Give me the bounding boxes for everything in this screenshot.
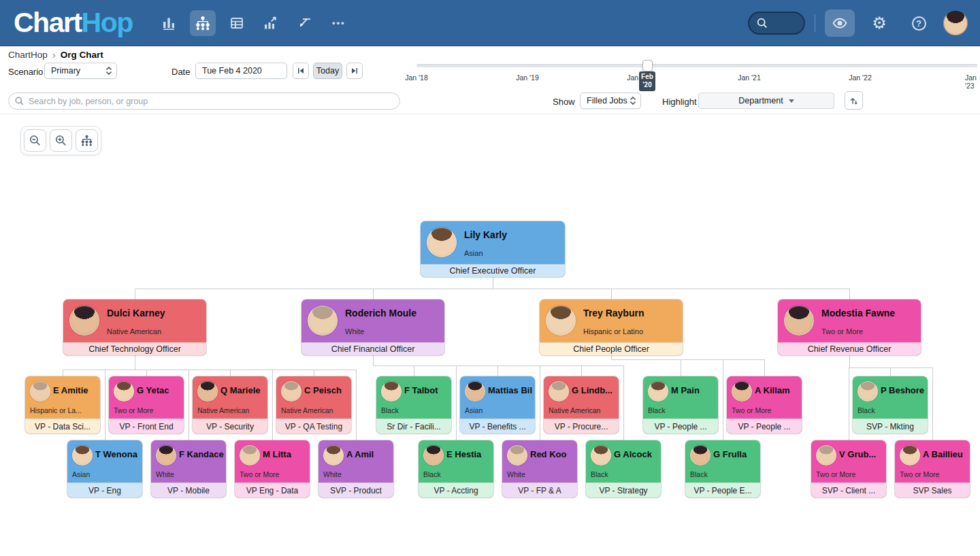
- eye-icon: [832, 15, 848, 31]
- header-search-button[interactable]: [748, 12, 805, 35]
- connector-line: [230, 370, 231, 376]
- charthop-logo[interactable]: ChartHop: [14, 9, 133, 37]
- connector-line: [493, 277, 493, 289]
- person-name: Red Koo: [530, 449, 575, 459]
- breadcrumb-app[interactable]: ChartHop: [8, 50, 48, 60]
- ethnicity-label: Black: [648, 406, 716, 414]
- nav-workflow-button[interactable]: [292, 10, 318, 36]
- app-header: ChartHop: [0, 0, 980, 46]
- org-card[interactable]: Lily KarlyAsianChief Executive Officer: [421, 221, 565, 277]
- timeline-track[interactable]: [416, 64, 977, 67]
- timeline-tick-label: Jan '22: [845, 73, 875, 82]
- charthop-app: ChartHop: [0, 0, 980, 556]
- job-title: SVP Sales: [895, 483, 970, 497]
- today-label: Today: [316, 66, 339, 76]
- org-card[interactable]: F TalbotBlackSr Dir - Facili...: [376, 376, 451, 434]
- breadcrumb-page-title: Org Chart: [61, 50, 103, 60]
- show-select[interactable]: Filled Jobs: [580, 93, 641, 109]
- person-name: E Amitie: [53, 385, 98, 395]
- org-card[interactable]: Modestia FawneTwo or MoreChief Revenue O…: [778, 299, 921, 355]
- org-card[interactable]: G Lindb...Native AmericanVP - Procure...: [544, 376, 619, 434]
- org-card[interactable]: Mattias BilAsianVP - Benefits ...: [460, 376, 535, 434]
- connector-line: [373, 365, 623, 366]
- org-card[interactable]: C PeischNative AmericanVP - QA Testing: [276, 376, 351, 434]
- person-name: T Wenona: [95, 449, 140, 459]
- person-avatar: [858, 381, 878, 402]
- gear-icon: ⚙: [872, 15, 887, 31]
- highlight-label: Highlight: [662, 97, 697, 107]
- org-card[interactable]: E AmitieHispanic or La...VP - Data Sci..…: [25, 376, 100, 434]
- org-card[interactable]: A KillamTwo or MoreVP - People ...: [727, 376, 802, 434]
- org-card[interactable]: T WenonaAsianVP - Eng: [67, 440, 142, 497]
- connector-line: [497, 365, 498, 376]
- person-avatar: [465, 381, 485, 402]
- ethnicity-label: Two or More: [900, 470, 968, 478]
- nav-table-button[interactable]: [224, 10, 250, 36]
- org-card[interactable]: G FrullaBlackVP - People E...: [685, 440, 760, 497]
- connector-line: [272, 370, 273, 440]
- zoom-in-button[interactable]: [50, 129, 72, 152]
- nav-bar-chart-button[interactable]: [156, 10, 182, 36]
- ethnicity-label: Two or More: [816, 470, 884, 478]
- person-avatar: [281, 381, 301, 402]
- date-value: Tue Feb 4 2020: [202, 66, 262, 76]
- breadcrumb: ChartHop › Org Chart: [8, 49, 103, 61]
- org-card[interactable]: A AmilWhiteSVP - Product: [318, 440, 393, 497]
- highlight-direction-button[interactable]: [845, 91, 863, 110]
- org-chart-canvas[interactable]: Lily KarlyAsianChief Executive OfficerDu…: [0, 114, 980, 556]
- user-avatar[interactable]: [943, 11, 968, 35]
- org-card[interactable]: E HestiaBlackVP - Accting: [419, 440, 493, 497]
- date-prev-button[interactable]: [293, 63, 309, 79]
- connector-line: [135, 289, 135, 299]
- org-card[interactable]: M LittaTwo or MoreVP Eng - Data: [235, 440, 310, 497]
- nav-insights-button[interactable]: [258, 10, 284, 36]
- person-name: F Kandace: [179, 449, 224, 459]
- more-ellipsis-icon: •••: [332, 18, 346, 28]
- connector-line: [611, 289, 612, 299]
- chevron-down-icon: [789, 99, 794, 103]
- settings-button[interactable]: ⚙: [864, 10, 894, 37]
- ethnicity-label: Two or More: [821, 327, 863, 336]
- help-button[interactable]: ?: [904, 10, 934, 37]
- org-card[interactable]: V Grub...Two or MoreSVP - Client ...: [811, 440, 886, 497]
- ethnicity-label: White: [323, 470, 391, 478]
- org-card[interactable]: M PainBlackVP - People ...: [643, 376, 718, 434]
- org-search-input[interactable]: [29, 97, 399, 106]
- org-card[interactable]: Dulci KarneyNative AmericanChief Technol…: [63, 299, 206, 355]
- job-title: VP - Mobile: [151, 483, 226, 497]
- person-name: Trey Rayburn: [583, 308, 679, 318]
- connector-line: [373, 355, 374, 365]
- nav-more-button[interactable]: •••: [326, 10, 352, 36]
- fit-org-chart-button[interactable]: [76, 129, 98, 152]
- zoom-out-button[interactable]: [24, 129, 46, 152]
- org-card[interactable]: F KandaceWhiteVP - Mobile: [151, 440, 226, 497]
- view-visibility-button[interactable]: [825, 10, 855, 37]
- connector-line: [456, 365, 457, 440]
- connector-line: [105, 370, 105, 440]
- org-card[interactable]: Roderich MouleWhiteChief Financial Offic…: [301, 299, 444, 355]
- search-icon: [756, 17, 768, 29]
- timeline-handle[interactable]: [642, 60, 653, 71]
- person-avatar: [900, 445, 920, 465]
- org-card[interactable]: G AlcockBlackVP - Strategy: [586, 440, 661, 497]
- ethnicity-label: White: [156, 470, 224, 478]
- scenario-select[interactable]: Primary: [44, 63, 117, 79]
- date-next-button[interactable]: [346, 63, 363, 79]
- connector-line: [723, 359, 723, 440]
- org-card[interactable]: A BaillieuTwo or MoreSVP Sales: [895, 440, 970, 497]
- person-name: C Peisch: [304, 385, 349, 395]
- org-card[interactable]: G YetacTwo or MoreVP - Front End: [109, 376, 184, 434]
- nav-org-chart-button[interactable]: [190, 10, 216, 36]
- date-input[interactable]: Tue Feb 4 2020: [195, 63, 287, 79]
- org-card[interactable]: Red KooWhiteVP - FP & A: [502, 440, 577, 497]
- org-search-box[interactable]: [8, 93, 400, 110]
- today-button[interactable]: Today: [313, 63, 342, 79]
- org-card[interactable]: P BeshoreBlackSVP - Mkting: [853, 376, 928, 434]
- connector-line: [135, 289, 849, 289]
- highlight-select[interactable]: Department: [698, 93, 834, 109]
- person-avatar: [546, 306, 576, 336]
- org-card[interactable]: Q MarieleNative AmericanVP - Security: [193, 376, 267, 434]
- table-icon: [229, 15, 245, 31]
- timeline-tick-label: Jan '18: [402, 73, 431, 82]
- org-card[interactable]: Trey RayburnHispanic or LatinoChief Peop…: [540, 299, 683, 355]
